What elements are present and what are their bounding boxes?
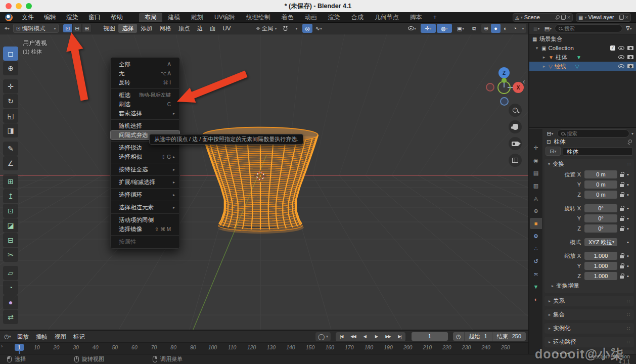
shading-dropdown-button[interactable]: ▾ bbox=[520, 24, 526, 33]
xray-toggle-button[interactable]: ⧉ bbox=[469, 24, 479, 33]
ortho-toggle-button[interactable] bbox=[509, 154, 522, 167]
collapsed-panel[interactable]: ▸ 集合 ∷ bbox=[544, 309, 634, 320]
mode-selector[interactable]: ⊡ 编辑模式 ▾ bbox=[13, 24, 59, 33]
spin-tool[interactable]: ◔ bbox=[3, 281, 18, 295]
timeline-menu[interactable]: 插帧 bbox=[32, 332, 51, 341]
menu-item[interactable]: 无 ⌥ A bbox=[111, 69, 179, 78]
value-field[interactable]: 0 m bbox=[584, 191, 617, 199]
properties-search[interactable] bbox=[557, 129, 629, 138]
prev-keyframe-button[interactable]: ◀◀ bbox=[347, 332, 359, 341]
panel-grip-icon[interactable]: ∷ bbox=[627, 339, 630, 345]
frame-tick[interactable]: 40 bbox=[93, 344, 99, 350]
delta-transform-subpanel[interactable]: ▸ 变换增量 bbox=[544, 281, 634, 291]
gizmos-dropdown-button[interactable]: ✛▾ bbox=[421, 24, 436, 33]
frame-tick[interactable]: 210 bbox=[423, 344, 432, 350]
outliner-filter-button[interactable]: ∇▾ bbox=[624, 24, 634, 33]
unlink-scene-button[interactable]: × bbox=[567, 14, 570, 20]
unlock-icon[interactable] bbox=[620, 182, 625, 188]
unlock-icon[interactable] bbox=[620, 274, 625, 279]
frame-tick[interactable]: 130 bbox=[267, 344, 276, 350]
timeline-menu[interactable]: 标记 bbox=[70, 332, 88, 341]
face-select-button[interactable]: ⊞ bbox=[82, 24, 92, 33]
end-frame-field[interactable]: 结束 250 bbox=[492, 332, 526, 341]
current-frame-field[interactable]: 1 bbox=[412, 332, 448, 341]
new-scene-button[interactable] bbox=[561, 15, 566, 20]
frame-tick[interactable]: 160 bbox=[325, 344, 334, 350]
frame-tick[interactable]: 150 bbox=[306, 344, 315, 350]
material-tab[interactable]: ◐ bbox=[530, 294, 542, 305]
timeline-editor-type-button[interactable]: ◷▾ bbox=[3, 332, 13, 341]
window-menu[interactable]: 窗口 bbox=[83, 12, 106, 23]
transform-orientation-selector[interactable]: ⌯ 全局▾ bbox=[253, 24, 279, 33]
properties-search-input[interactable] bbox=[567, 130, 625, 136]
viewport-menu[interactable]: 选择 bbox=[118, 24, 137, 33]
view-layer-tab[interactable]: ▥ bbox=[530, 180, 542, 191]
hide-eye-icon[interactable] bbox=[618, 46, 624, 50]
viewport-menu[interactable]: 添加 bbox=[137, 24, 156, 33]
frame-tick[interactable]: 190 bbox=[384, 344, 393, 350]
gizmo-z-axis[interactable]: Z bbox=[498, 67, 510, 78]
vertex-select-button[interactable]: ⊡ bbox=[63, 24, 72, 33]
gizmo-y-dot[interactable] bbox=[502, 78, 507, 83]
frame-tick[interactable]: 200 bbox=[403, 344, 413, 350]
collection-checkbox[interactable]: ✓ bbox=[610, 46, 615, 51]
play-reverse-button[interactable]: ◀ bbox=[359, 332, 371, 341]
chevron-down-icon[interactable]: ▾ bbox=[631, 131, 633, 136]
collapsed-panel[interactable]: ▸ 可见性 ∷ bbox=[544, 350, 634, 354]
unlock-icon[interactable] bbox=[620, 253, 625, 259]
snap-toggle-button[interactable]: Ω bbox=[280, 24, 290, 33]
scale-tool[interactable]: ◱ bbox=[3, 109, 18, 123]
unlock-icon[interactable] bbox=[620, 263, 625, 269]
workspace-tab[interactable]: 动画 bbox=[299, 13, 323, 22]
play-button[interactable]: ▶ bbox=[371, 332, 382, 341]
inset-faces-tool[interactable]: ⊡ bbox=[3, 204, 18, 218]
object-row-meridian[interactable]: ▸ ▽ 经线 ▽ bbox=[529, 62, 636, 71]
collapsed-panel[interactable]: ▸ 实例化 ∷ bbox=[544, 323, 634, 334]
smooth-tool[interactable]: ● bbox=[3, 295, 18, 309]
bevel-tool[interactable]: ◪ bbox=[3, 218, 18, 233]
animate-dot[interactable]: • bbox=[625, 206, 631, 211]
frame-tick[interactable]: 170 bbox=[345, 344, 354, 350]
edit-menu[interactable]: 编辑 bbox=[39, 12, 61, 23]
remove-view-layer-button[interactable]: × bbox=[625, 14, 628, 20]
menu-item[interactable]: 刷选 C bbox=[111, 100, 179, 109]
viewport-menu[interactable]: 面 bbox=[206, 24, 219, 33]
animate-dot[interactable]: • bbox=[625, 216, 631, 221]
pan-button[interactable] bbox=[509, 120, 522, 133]
expand-arrow-icon[interactable]: ▸ bbox=[541, 64, 547, 69]
frame-tick[interactable]: 250 bbox=[501, 344, 510, 350]
rotate-tool[interactable]: ↻ bbox=[3, 94, 18, 108]
panel-grip-icon[interactable]: ∷ bbox=[627, 312, 630, 317]
frame-tick[interactable]: 70 bbox=[151, 344, 157, 350]
unlock-icon[interactable] bbox=[620, 226, 625, 232]
jump-to-start-button[interactable]: |◀ bbox=[336, 332, 347, 341]
animate-dot[interactable]: • bbox=[625, 253, 631, 259]
wireframe-shading-button[interactable]: ⊕ bbox=[481, 24, 491, 33]
workspace-tab[interactable]: 几何节点 bbox=[369, 13, 404, 22]
unlock-icon[interactable] bbox=[620, 206, 625, 211]
unlock-icon[interactable] bbox=[620, 172, 625, 177]
workspace-tab[interactable]: 纹理绘制 bbox=[241, 13, 276, 22]
extrude-tool[interactable]: ↥ bbox=[3, 189, 18, 203]
scene-tab[interactable]: ◬ bbox=[530, 193, 542, 204]
measure-tool[interactable]: ∠ bbox=[3, 156, 18, 170]
outliner-display-mode-button[interactable]: ▤▾ bbox=[543, 24, 553, 33]
frame-tick[interactable]: 60 bbox=[131, 344, 138, 350]
auto-keying-button[interactable]: ◯▾ bbox=[315, 332, 331, 341]
collection-row[interactable]: ▾ ▣ Collection ✓ bbox=[529, 43, 636, 53]
animate-dot[interactable]: • bbox=[625, 263, 631, 269]
snap-settings-button[interactable]: ▾ bbox=[291, 24, 301, 33]
panel-collapse-arrow[interactable]: ‹ bbox=[523, 77, 525, 85]
output-tab[interactable]: ▤ bbox=[530, 167, 542, 178]
menu-item[interactable]: 随机选择 bbox=[111, 121, 179, 130]
blender-logo-icon[interactable] bbox=[5, 14, 13, 21]
workspace-tab[interactable]: 渲染 bbox=[323, 13, 346, 22]
timeline-menu[interactable]: 回放 bbox=[14, 332, 32, 341]
outliner-search-input[interactable] bbox=[564, 25, 618, 31]
viewport-menu[interactable]: 网格 bbox=[156, 24, 174, 33]
help-menu[interactable]: 帮助 bbox=[106, 12, 128, 23]
value-field[interactable]: 0° bbox=[584, 204, 617, 212]
object-data-tab[interactable]: ▼ bbox=[530, 281, 542, 292]
expand-arrow-icon[interactable]: ▸ bbox=[541, 55, 547, 60]
panel-grip-icon[interactable]: ∷ bbox=[627, 298, 630, 304]
